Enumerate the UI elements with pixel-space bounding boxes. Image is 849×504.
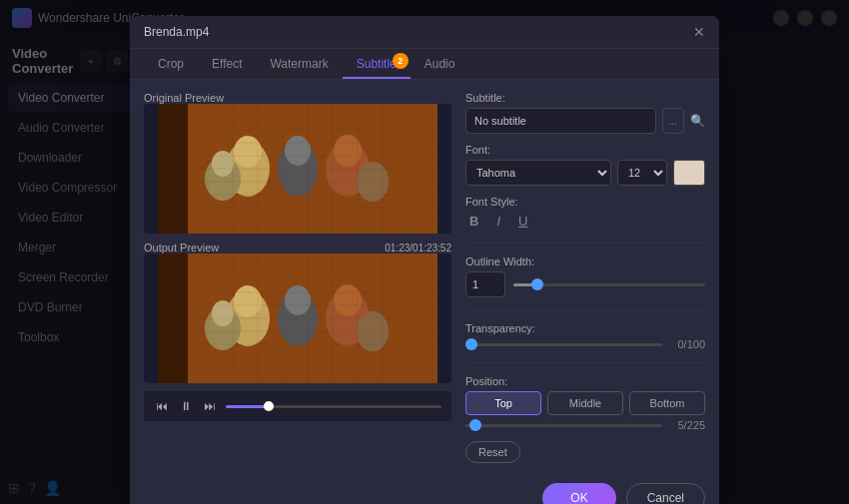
output-preview-container: Output Preview 01:23/01:23:52 [144,242,451,383]
cancel-button[interactable]: Cancel [626,483,705,504]
position-bottom-button[interactable]: Bottom [629,391,705,415]
tab-effect[interactable]: Effect [198,49,256,79]
position-slider-row: 5/225 [465,419,705,431]
original-preview-label: Original Preview [144,92,451,104]
subtitle-label: Subtitle: [465,92,705,104]
tab-crop[interactable]: Crop [144,49,198,79]
right-panel: Subtitle: ... 🔍 Font: [465,92,705,463]
divider-2 [465,309,705,310]
main-layout: Video Converter + ⚙ Video Converter Audi… [0,36,849,504]
position-slider[interactable] [465,424,662,427]
modal-overlay: Brenda.mp4 ✕ Crop Effect Watermark Su [0,36,849,504]
transparency-row-container: Transparency: 0/100 [465,322,705,350]
tab-subtitle-badge: 2 [393,53,409,69]
divider-1 [465,243,705,244]
modal-title: Brenda.mp4 [144,36,209,39]
italic-button[interactable]: I [492,212,504,231]
font-style-label: Font Style: [465,196,705,208]
underline-button[interactable]: U [514,212,531,231]
transparency-controls: 0/100 [465,338,705,350]
output-preview-video [144,253,451,383]
reset-row: Reset [465,441,705,463]
font-size-select[interactable]: 12 14 16 18 [617,160,667,186]
progress-dot [264,401,274,411]
transparency-slider[interactable] [465,343,662,346]
font-style-buttons: B I U [465,212,705,231]
modal-footer: OK Cancel [130,475,719,504]
font-row-container: Font: Tahoma Arial Verdana 12 14 [465,144,705,186]
position-top-button[interactable]: Top [465,391,541,415]
subtitle-row: Subtitle: ... 🔍 [465,92,705,134]
subtitle-input[interactable] [465,108,656,134]
preview-section: Original Preview [144,92,451,463]
position-row-container: Position: Top Middle Bottom 5/225 [465,375,705,431]
divider-3 [465,362,705,363]
outline-width-label: Outline Width: [465,255,705,267]
font-color-swatch[interactable] [673,160,705,186]
modal-body: Original Preview [130,80,719,475]
progress-bar[interactable] [226,405,441,408]
reset-button[interactable]: Reset [465,441,520,463]
modal-close-button[interactable]: ✕ [693,36,705,40]
font-label: Font: [465,144,705,156]
outline-width-slider[interactable] [513,283,705,286]
tab-subtitle[interactable]: Subtitle 2 [343,49,411,79]
original-preview-svg [144,104,451,234]
ok-button[interactable]: OK [542,483,615,504]
output-preview-label: Output Preview [144,242,219,253]
subtitle-search-icon[interactable]: 🔍 [690,114,705,128]
original-preview-container: Original Preview [144,92,451,234]
outline-value-input[interactable] [465,271,505,297]
font-style-row-container: Font Style: B I U [465,196,705,231]
subtitle-input-row: ... 🔍 [465,108,705,134]
subtitle-dots-button[interactable]: ... [662,108,684,134]
position-buttons: Top Middle Bottom [465,391,705,415]
svg-rect-53 [158,253,437,383]
font-select[interactable]: Tahoma Arial Verdana [465,160,611,186]
pause-button[interactable]: ⏸ [178,397,194,415]
timestamp: 01:23/01:23:52 [385,243,451,253]
transparency-label: Transparency: [465,322,705,334]
prev-frame-button[interactable]: ⏮ [154,397,170,415]
original-preview-video [144,104,451,234]
tab-watermark[interactable]: Watermark [256,49,342,79]
app-window: Wondershare UniConverter — □ ✕ Video Con… [0,0,849,504]
edit-modal: Brenda.mp4 ✕ Crop Effect Watermark Su [130,36,719,504]
outline-row-container: Outline Width: [465,255,705,297]
position-label: Position: [465,375,705,387]
font-controls: Tahoma Arial Verdana 12 14 16 18 [465,160,705,186]
next-frame-button[interactable]: ⏭ [202,397,218,415]
modal-tabs: Crop Effect Watermark Subtitle 2 Audio [130,49,719,80]
modal-title-bar: Brenda.mp4 ✕ [130,36,719,49]
output-preview-svg [144,253,451,383]
outline-controls [465,271,705,297]
svg-rect-40 [158,104,437,234]
position-middle-button[interactable]: Middle [547,391,623,415]
bold-button[interactable]: B [465,212,482,231]
transparency-value: 0/100 [670,338,705,350]
position-value: 5/225 [670,419,705,431]
tab-audio[interactable]: Audio [411,49,469,79]
progress-fill [226,405,269,408]
player-controls: ⏮ ⏸ ⏭ [144,391,451,421]
